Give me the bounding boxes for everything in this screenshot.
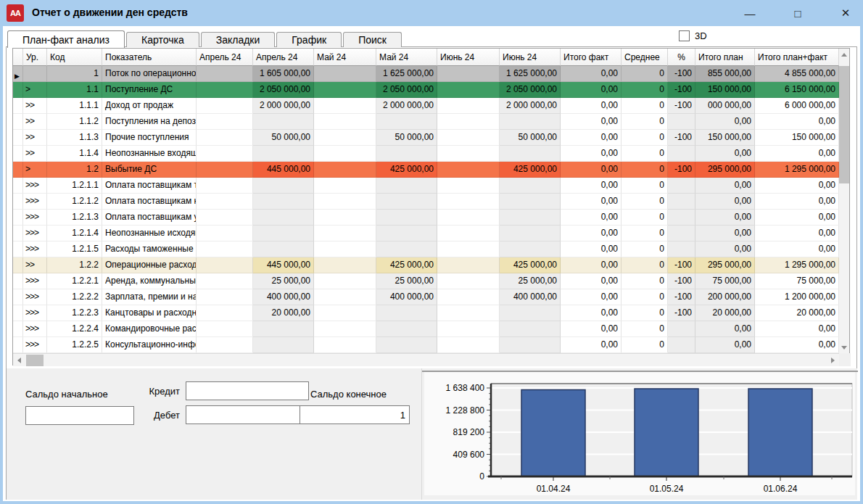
cell-apr_fact [253,241,314,257]
tab-3[interactable]: Закладки [201,32,276,47]
horizontal-scroll-thumb[interactable] [26,355,44,366]
table-row-1.1.3[interactable]: >>1.1.3Прочие поступления50 000,0050 000… [13,130,839,146]
table-row-1.2.1.2[interactable]: >>>1.2.1.2Оплата поставщикам на0,0000,00… [13,194,839,210]
table-row-1.1.1[interactable]: >>1.1.1Доход от продаж2 000 000,002 000 … [13,98,839,114]
column-header-ur[interactable]: Ур. [23,49,47,66]
3d-checkbox[interactable] [679,30,690,41]
table-row-1.2.2.2[interactable]: >>>1.2.2.2Зарплата, премии и начи400 000… [13,289,839,305]
cell-avg: 0 [622,305,668,321]
table-row-1.1.4[interactable]: >>1.1.4Неопознанные входящие0,0000,000,0… [13,146,839,162]
column-header-apr_plan[interactable]: Апрель 24 [197,49,253,66]
cell-pct [668,178,695,194]
cell-name: Доход от продаж [102,98,197,114]
cell-total_fact: 0,00 [561,289,622,305]
cell-pct [668,114,695,130]
cell-pct: -100 [668,82,695,98]
table-row-1.2.2.5[interactable]: >>>1.2.2.5Консультационно-инфор0,0000,00… [13,337,839,353]
scroll-right-button[interactable] [827,355,838,366]
cell-apr_plan [197,178,253,194]
cell-name: Оплата поставщикам то [102,178,197,194]
table-row-1.2.1.5[interactable]: >>>1.2.1.5Расходы таможенные0,0000,000,0… [13,241,839,257]
cell-total_plan: 150 000,00 [695,130,755,146]
3d-checkbox-group: 3D [679,30,707,41]
cell-jun_plan [437,114,500,130]
table-row-1.2.2[interactable]: >>1.2.2Операционные расходы445 000,00425… [13,257,839,273]
cell-pct [668,337,695,353]
column-header-code[interactable]: Код [47,49,102,66]
cell-total_plan: 0,00 [695,321,755,337]
table-row-1.1.2[interactable]: >>1.1.2Поступления на депозит0,0000,000,… [13,114,839,130]
cell-pct: -100 [668,66,695,82]
column-header-may_plan[interactable]: Май 24 [314,49,376,66]
cell-total_fact: 0,00 [561,226,622,241]
scroll-down-button[interactable] [838,342,850,353]
cell-jun_plan [437,210,500,226]
window-controls: — □ ✕ [740,0,856,26]
table-row-1.2.2.4[interactable]: >>>1.2.2.4Командировочные расхо0,0000,00… [13,321,839,337]
cell-total_fact: 0,00 [561,337,622,353]
cell-ur: >> [23,130,47,146]
row-indicator [13,273,23,289]
table-row-1.2.1.4[interactable]: >>>1.2.1.4Неопознанные исходящи0,0000,00… [13,226,839,241]
cell-name: Консультационно-инфор [102,337,197,353]
credit-label: Кредит [138,386,180,397]
cell-pct: -100 [668,257,695,273]
minimize-button[interactable]: — [740,7,760,20]
maximize-button[interactable]: □ [788,7,808,20]
x-tick-label: 01.06.24 [764,484,798,494]
cell-may_plan [314,337,376,353]
horizontal-scrollbar[interactable] [13,353,839,366]
table-row-1[interactable]: ▶1Поток по операционной1 605 000,001 625… [13,66,839,82]
cell-total_pf: 6 150 000,00 [755,82,839,98]
saldo-start-input[interactable] [25,406,134,425]
credit-input[interactable] [186,381,309,400]
cell-total_pf: 0,00 [755,146,839,162]
column-header-pct[interactable]: % [668,49,695,66]
row-indicator [13,257,23,273]
column-header-total_fact[interactable]: Итого факт [561,49,622,66]
cell-total_fact: 0,00 [561,210,622,226]
scroll-left-button[interactable] [13,355,25,366]
column-header-jun_plan[interactable]: Июнь 24 [437,49,500,66]
table-row-1.2[interactable]: >1.2Выбытие ДС445 000,00425 000,00425 00… [13,162,839,178]
tab-5[interactable]: Поиск [343,32,402,47]
vertical-scroll-thumb[interactable] [839,66,849,183]
cell-code: 1.1.3 [47,130,102,146]
cell-avg: 0 [622,146,668,162]
cell-total_plan: 855 000,00 [695,66,755,82]
cell-apr_fact [253,210,314,226]
cell-apr_fact: 1 605 000,00 [253,66,314,82]
balance-bar-chart: 0409 600819 2001 228 8001 638 40001.04.2… [424,372,855,495]
table-row-1.2.1.3[interactable]: >>>1.2.1.3Оплата поставщикам усл0,0000,0… [13,210,839,226]
cell-apr_plan [197,66,253,82]
bar-01.04.24 [521,389,585,476]
column-header-apr_fact[interactable]: Апрель 24 [253,49,314,66]
tab-1[interactable]: План-факт анализ [7,30,125,48]
tab-2[interactable]: Карточка [126,32,199,47]
column-header-total_pf[interactable]: Итого план+факт [755,49,839,66]
column-header-may_fact[interactable]: Май 24 [376,49,437,66]
table-row-1.1[interactable]: >1.1Поступление ДС2 050 000,002 050 000,… [13,82,839,98]
table-row-1.2.2.1[interactable]: >>>1.2.2.1Аренда, коммунальные п25 000,0… [13,273,839,289]
vertical-scrollbar[interactable] [838,49,849,353]
cell-ur: >>> [23,226,47,241]
cell-apr_plan [197,98,253,114]
cell-apr_fact [253,146,314,162]
table-row-1.2.1.1[interactable]: >>>1.2.1.1Оплата поставщикам то0,0000,00… [13,178,839,194]
table-row-1.2.2.3[interactable]: >>>1.2.2.3Канцтовары и расходны20 000,00… [13,305,839,321]
cell-code: 1.2.1.2 [47,194,102,210]
cell-total_plan: 0,00 [695,241,755,257]
cell-may_plan [314,114,376,130]
saldo-end-input[interactable] [300,405,410,424]
column-header-name[interactable]: Показатель [102,49,197,66]
column-header-jun_fact[interactable]: Июнь 24 [500,49,561,66]
cell-apr_plan [197,289,253,305]
scroll-up-button[interactable] [838,49,850,60]
close-button[interactable]: ✕ [835,7,856,20]
column-header-total_plan[interactable]: Итого план [695,49,755,66]
tab-4[interactable]: График [276,32,342,47]
debit-input[interactable] [186,405,309,424]
cell-jun_fact: 400 000,00 [500,289,561,305]
tab-label: Поиск [358,34,387,46]
column-header-avg[interactable]: Среднее [622,49,668,66]
